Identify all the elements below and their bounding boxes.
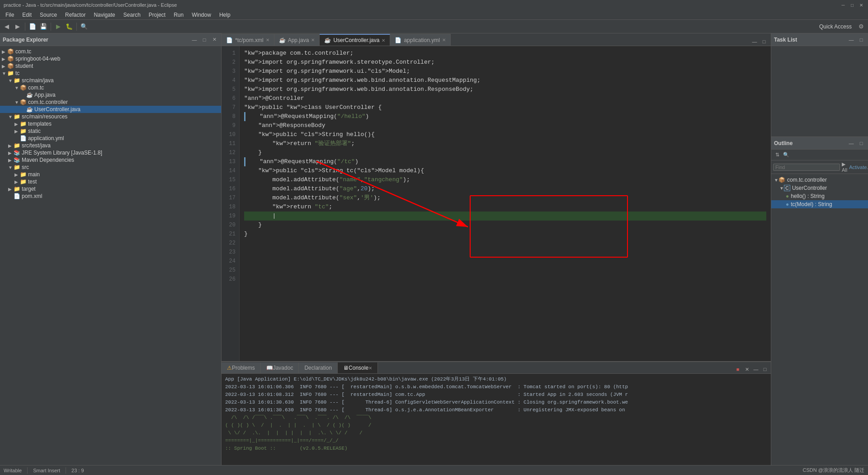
- tab-application-yml-close[interactable]: ✕: [442, 38, 446, 42]
- tree-item[interactable]: ▶ 📦 student: [0, 62, 221, 70]
- tab-application-yml[interactable]: 📄 application.yml ✕: [390, 34, 450, 46]
- tree-item[interactable]: ▼ 📦 com.tc: [0, 84, 221, 91]
- outline-maximize-btn[interactable]: □: [857, 139, 865, 147]
- editor-maximize-btn[interactable]: □: [760, 38, 768, 46]
- code-line[interactable]: "kw">return "tc";: [244, 202, 766, 212]
- menu-search[interactable]: Search: [120, 11, 144, 19]
- code-line[interactable]: "kw">import org.springframework.web.bind…: [244, 76, 766, 85]
- menu-window[interactable]: Window: [188, 11, 215, 19]
- tab-user-controller-close[interactable]: ✕: [382, 38, 385, 43]
- outline-item-hello[interactable]: ● hello() : String: [771, 192, 868, 200]
- outline-item-class[interactable]: ▼ C UserController: [771, 184, 868, 192]
- tab-problems[interactable]: ⚠ Problems: [222, 362, 261, 373]
- outline-item-package[interactable]: ▼ 📦 com.tc.controller: [771, 176, 868, 184]
- tree-item[interactable]: 📄 application.yml: [0, 135, 221, 142]
- toolbar-settings[interactable]: ⚙: [856, 22, 866, 32]
- maximize-button[interactable]: □: [849, 2, 855, 8]
- menu-source[interactable]: Source: [36, 11, 61, 19]
- pkg-close-btn[interactable]: ✕: [210, 36, 218, 44]
- tree-item[interactable]: ▶ 📦 com.tc: [0, 48, 221, 55]
- tree-item[interactable]: ▼ 📁 src/main/resources: [0, 113, 221, 120]
- toolbar-back[interactable]: ◀: [2, 22, 12, 32]
- editor-minimize-btn[interactable]: —: [750, 38, 759, 46]
- tab-javadoc[interactable]: 📖 Javadoc: [261, 362, 299, 373]
- menu-navigate[interactable]: Navigate: [90, 11, 118, 19]
- console-maximize-btn[interactable]: □: [761, 365, 769, 373]
- code-line[interactable]: "kw">import org.springframework.stereoty…: [244, 58, 766, 67]
- menu-help[interactable]: Help: [216, 11, 234, 19]
- code-content[interactable]: "kw">package com.tc.controller;"kw">impo…: [240, 46, 771, 361]
- tree-item[interactable]: ▼ 📁 src/main/java: [0, 77, 221, 84]
- outline-sort-btn[interactable]: ⇅: [773, 151, 781, 159]
- code-line[interactable]: |: [244, 212, 766, 221]
- close-button[interactable]: ✕: [858, 2, 864, 8]
- toolbar-new[interactable]: 📄: [28, 22, 38, 32]
- code-line[interactable]: "kw">return "验证热部署";: [244, 139, 766, 148]
- console-clear-btn[interactable]: ✕: [743, 365, 751, 373]
- code-line[interactable]: "ann">@RequestMapping("/tc"): [244, 157, 766, 166]
- code-line[interactable]: "kw">public "cls">String hello(){: [244, 130, 766, 139]
- tab-console[interactable]: 🖥 Console ✕: [338, 362, 378, 373]
- menu-refactor[interactable]: Refactor: [61, 11, 89, 19]
- code-line[interactable]: }: [244, 230, 766, 239]
- menu-run[interactable]: Run: [170, 11, 187, 19]
- tree-item[interactable]: ▶ 📁 templates: [0, 120, 221, 127]
- console-stop-btn[interactable]: ■: [734, 365, 742, 373]
- tree-item[interactable]: ▶ 📁 test: [0, 178, 221, 185]
- tree-item[interactable]: ☕ App.java: [0, 91, 221, 99]
- pkg-maximize-btn[interactable]: □: [200, 36, 208, 44]
- code-line[interactable]: }: [244, 148, 766, 157]
- tab-pom-xml[interactable]: 📄 *tc/pom.xml ✕: [222, 34, 274, 46]
- minimize-button[interactable]: ─: [840, 2, 846, 8]
- code-line[interactable]: "ann">@ResponseBody: [244, 121, 766, 130]
- code-line[interactable]: "ann">@Controller: [244, 94, 766, 103]
- tree-item[interactable]: ☕ UserController.java: [0, 106, 221, 113]
- toolbar-forward[interactable]: ▶: [13, 22, 23, 32]
- tab-console-close[interactable]: ✕: [368, 366, 372, 371]
- tab-app-java[interactable]: ☕ App.java ✕: [274, 34, 320, 46]
- task-maximize-btn[interactable]: □: [857, 36, 865, 44]
- code-line[interactable]: "kw">public "cls">String tc("cls">Model …: [244, 166, 766, 175]
- outline-minimize-btn[interactable]: —: [847, 139, 855, 147]
- outline-item-tc[interactable]: ● tc(Model) : String: [771, 200, 868, 208]
- toolbar-search[interactable]: 🔍: [79, 22, 89, 32]
- tree-item[interactable]: ▶ 📦 springboot-04-web: [0, 55, 221, 62]
- code-line[interactable]: model.addAttribute("sex",'男');: [244, 193, 766, 202]
- toolbar-run[interactable]: ▶: [53, 22, 63, 32]
- tab-app-java-close[interactable]: ✕: [311, 38, 315, 42]
- tree-item[interactable]: ▶ 📁 target: [0, 185, 221, 193]
- outline-filter-btn[interactable]: 🔍: [782, 151, 790, 159]
- toolbar-save[interactable]: 💾: [38, 22, 48, 32]
- tab-pom-xml-close[interactable]: ✕: [266, 38, 269, 42]
- code-line[interactable]: model.addAttribute("name","tangcheng");: [244, 175, 766, 184]
- task-minimize-btn[interactable]: —: [847, 36, 855, 44]
- tree-item[interactable]: ▶ 📁 main: [0, 171, 221, 178]
- code-line[interactable]: "kw">public "kw">class UserController {: [244, 103, 766, 112]
- code-editor[interactable]: 1234567891011121314151617181920212223242…: [222, 46, 771, 361]
- code-line[interactable]: }: [244, 221, 766, 230]
- menu-project[interactable]: Project: [145, 11, 169, 19]
- outline-activate-label[interactable]: Activate...: [849, 165, 868, 170]
- tree-item[interactable]: ▶ 📚 Maven Dependencies: [0, 156, 221, 164]
- outline-find-input[interactable]: [773, 164, 840, 171]
- tree-item[interactable]: ▶ 📁 src/test/java: [0, 142, 221, 149]
- tree-item[interactable]: 📄 pom.xml: [0, 193, 221, 200]
- tree-item[interactable]: ▼ 📁 tc: [0, 70, 221, 77]
- tab-declaration[interactable]: Declaration: [299, 362, 338, 373]
- tree-item[interactable]: ▶ 📁 static: [0, 127, 221, 135]
- outline-all-label[interactable]: ▶ All: [842, 161, 847, 173]
- code-line[interactable]: "kw">import org.springframework.web.bind…: [244, 85, 766, 94]
- tree-item[interactable]: ▼ 📁 src: [0, 164, 221, 171]
- menu-file[interactable]: File: [2, 11, 18, 19]
- tree-item[interactable]: ▶ 📚 JRE System Library [JavaSE-1.8]: [0, 149, 221, 156]
- pkg-minimize-btn[interactable]: —: [190, 36, 198, 44]
- tab-user-controller[interactable]: ☕ UserController.java ✕: [320, 34, 390, 46]
- toolbar-debug[interactable]: 🐛: [64, 22, 74, 32]
- tree-item[interactable]: ▼ 📦 com.tc.controller: [0, 99, 221, 106]
- console-minimize-btn[interactable]: —: [752, 365, 760, 373]
- code-line[interactable]: "ann">@RequestMapping("/hello"): [244, 112, 766, 121]
- code-line[interactable]: "kw">import org.springframework.ui."cls"…: [244, 67, 766, 76]
- code-line[interactable]: model.addAttribute("age",20);: [244, 184, 766, 193]
- code-line[interactable]: "kw">package com.tc.controller;: [244, 49, 766, 58]
- menu-edit[interactable]: Edit: [19, 11, 35, 19]
